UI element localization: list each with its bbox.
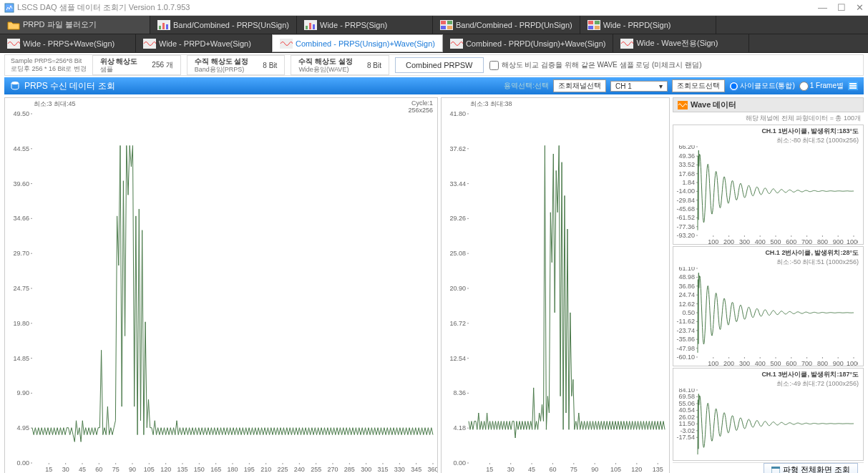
toolbar-combined-prps-unsign-wave-sign-[interactable]: Combined - PRPS(Unsign)+Wave(Sign): [272, 34, 443, 52]
svg-text:60: 60: [95, 466, 102, 473]
svg-text:120: 120: [631, 466, 642, 473]
svg-text:69.58: 69.58: [678, 393, 695, 400]
resolution-check[interactable]: 해상도 비교 검증을 위해 같은 WAVE 샘플 로딩 (미체크시 랜덤): [489, 60, 702, 70]
svg-text:0.00: 0.00: [453, 459, 466, 467]
chart-secondary: 최소:3 최대:38 0.004.188.3612.5416.7220.9025…: [441, 97, 670, 473]
svg-text:48.98: 48.98: [678, 273, 695, 281]
window-icon: [771, 467, 780, 474]
svg-rect-4: [166, 24, 168, 29]
svg-text:24.75: 24.75: [13, 285, 29, 292]
toolbar-wide-wave-sign-[interactable]: Wide - Wave전용(Sign): [613, 34, 749, 52]
svg-rect-23: [620, 39, 633, 49]
svg-text:-11.62: -11.62: [676, 318, 695, 325]
chart-stats: 최소:3 최대:45: [34, 99, 76, 109]
grid-icon: [440, 20, 452, 30]
chart-icon: [304, 20, 316, 30]
svg-text:-35.86: -35.86: [676, 336, 695, 343]
db-icon: [10, 81, 20, 91]
svg-text:36.86: 36.86: [678, 283, 695, 290]
wave-chart-2: CH.1 2번사이클, 발생위치:28°도 최소:-50 최대:51 (1000…: [673, 246, 864, 366]
toolbar-wide-prps-sign-[interactable]: Wide - PRPS(Sign): [297, 16, 433, 34]
svg-text:-14.00: -14.00: [676, 187, 695, 195]
fullscreen-button[interactable]: 파형 전체화면 조회: [764, 463, 858, 473]
svg-text:49.36: 49.36: [678, 152, 695, 160]
svg-text:12.54: 12.54: [449, 355, 466, 362]
svg-text:105: 105: [610, 466, 621, 473]
svg-rect-19: [7, 39, 20, 49]
svg-text:255: 255: [311, 466, 321, 473]
svg-text:900: 900: [833, 360, 844, 367]
radio-frame[interactable]: 1 Frame별: [799, 81, 844, 91]
svg-text:55.06: 55.06: [678, 400, 695, 407]
svg-text:39.60: 39.60: [13, 180, 29, 187]
chart-stats-2: 최소:3 최대:38: [470, 99, 512, 109]
toolbar-wide-prpd-sign-[interactable]: Wide - PRPD(Sign): [580, 16, 716, 34]
svg-text:285: 285: [344, 466, 355, 473]
faded-text: 용역선택:선택: [504, 81, 549, 91]
resolution-checkbox[interactable]: [489, 61, 499, 70]
wave-icon: [678, 101, 688, 109]
svg-text:400: 400: [755, 360, 766, 367]
chart-cycle: Cycle:1 256x256: [408, 99, 433, 114]
svg-text:30: 30: [62, 466, 69, 473]
svg-text:900: 900: [833, 238, 844, 245]
channel-select[interactable]: CH 1▾: [610, 81, 668, 92]
section-title: PRPS 수신 데이터 조회: [24, 80, 115, 92]
svg-text:-77.36: -77.36: [676, 223, 695, 230]
svg-text:165: 165: [210, 466, 221, 473]
svg-text:700: 700: [801, 360, 812, 367]
toolbar-combined-prpd-unsign-wave-sign-[interactable]: Combined - PRPD(Unsign)+Wave(Sign): [443, 34, 614, 52]
svg-rect-21: [280, 39, 293, 49]
option-bar: Sample PRPS=256*8 Bit 로딩후 256 * 16 Bit로 …: [4, 54, 864, 76]
svg-text:12.62: 12.62: [678, 301, 695, 308]
toolbar-band-combined-prps-unsign-[interactable]: Band/Combined - PRPS(UnSign): [150, 16, 297, 34]
svg-rect-26: [849, 83, 857, 84]
svg-rect-13: [447, 26, 452, 29]
wave-sub: 해당 채널에 전체 파형데이터 = 총 100개: [673, 114, 864, 123]
svg-text:330: 330: [394, 466, 405, 473]
svg-text:180: 180: [227, 466, 238, 473]
svg-text:4.95: 4.95: [16, 424, 29, 431]
wave-footer: 파형 전체화면 조회: [673, 462, 864, 473]
svg-text:15: 15: [486, 466, 493, 473]
title-bar: LSCS DAQ 샘플 데이터 조회기 Version 1.0.7.953 ― …: [0, 0, 868, 16]
svg-text:66.20: 66.20: [678, 145, 695, 150]
minimize-button[interactable]: ―: [818, 2, 827, 13]
svg-text:30: 30: [507, 466, 515, 473]
svg-text:33.44: 33.44: [449, 180, 466, 187]
radio-cycle[interactable]: 사이클모드(통합): [729, 81, 795, 91]
chart-main: 최소:3 최대:45 Cycle:1 256x256 0.004.959.901…: [4, 97, 438, 473]
svg-text:19.80: 19.80: [13, 320, 29, 327]
combined-prpsw-button[interactable]: Combined PRPSW: [395, 57, 484, 73]
svg-text:84.10: 84.10: [678, 389, 695, 394]
toolbar-band-combined-prpd-unsign-[interactable]: Band/Combined - PRPD(UnSign): [433, 16, 580, 34]
wave-header: Wave 데이터: [673, 97, 864, 112]
svg-rect-6: [306, 26, 308, 29]
svg-text:90: 90: [129, 466, 136, 473]
close-button[interactable]: ✕: [856, 2, 864, 13]
svg-text:45: 45: [528, 466, 535, 473]
toolbar-wide-prps-wave-sign-[interactable]: Wide - PRPS+Wave(Sign): [0, 34, 136, 52]
folder-icon: [7, 20, 19, 30]
svg-text:29.26: 29.26: [449, 215, 466, 222]
window-title: LSCS DAQ 샘플 데이터 조회기 Version 1.0.7.953: [17, 2, 190, 13]
svg-text:33.52: 33.52: [678, 161, 695, 168]
maximize-button[interactable]: ☐: [837, 2, 846, 13]
svg-rect-20: [143, 39, 156, 49]
svg-text:-93.20: -93.20: [676, 232, 695, 239]
wave-icon: [7, 39, 19, 49]
toolbar-prpd-[interactable]: PRPD 파일 불러오기: [0, 16, 150, 34]
wave-icon: [620, 39, 632, 49]
mode-label: 조회모드선택: [672, 79, 725, 92]
svg-text:14.85: 14.85: [13, 355, 29, 362]
svg-text:-3.02: -3.02: [680, 427, 695, 434]
svg-rect-0: [5, 4, 14, 12]
svg-text:26.02: 26.02: [678, 414, 695, 421]
wave-chart-3: CH.1 3번사이클, 발생위치:187°도 최소:-49 최대:72 (100…: [673, 368, 864, 461]
svg-text:29.70: 29.70: [13, 250, 29, 257]
svg-text:315: 315: [377, 466, 388, 473]
svg-text:24.74: 24.74: [678, 291, 695, 298]
list-icon[interactable]: [848, 82, 858, 90]
svg-text:61.10: 61.10: [678, 267, 695, 272]
toolbar-wide-prpd-wave-sign-[interactable]: Wide - PRPD+Wave(Sign): [136, 34, 272, 52]
